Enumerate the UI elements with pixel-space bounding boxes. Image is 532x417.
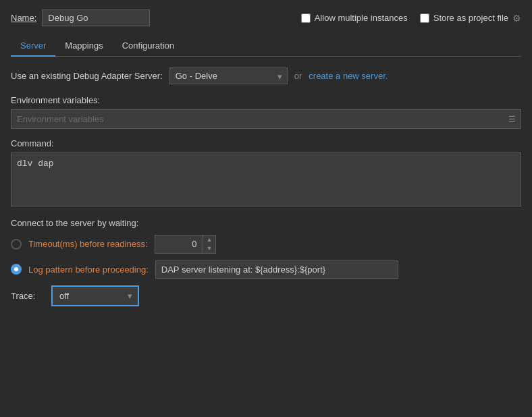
log-pattern-radio[interactable] — [11, 264, 22, 275]
connect-label: Connect to the server by waiting: — [11, 218, 521, 228]
store-as-project-checkbox[interactable] — [420, 13, 429, 23]
allow-multiple-group: Allow multiple instances — [301, 13, 408, 23]
trace-select-wrapper: off messages verbose — [51, 285, 139, 306]
command-textarea[interactable]: dlv dap — [11, 152, 521, 206]
name-label: Name: — [11, 13, 36, 23]
log-pattern-row: Log pattern before proceeding: — [11, 260, 521, 279]
tab-mappings[interactable]: Mappings — [55, 36, 112, 57]
spinner-down-btn[interactable]: ▼ — [203, 244, 216, 253]
env-input-wrapper: ☰ — [11, 109, 521, 129]
spinner-buttons: ▲ ▼ — [203, 235, 216, 253]
timeout-row: Timeout(ms) before readiness: ▲ ▼ — [11, 235, 521, 254]
create-server-link[interactable]: create a new server. — [309, 71, 388, 81]
spinner-up-btn[interactable]: ▲ — [203, 235, 216, 244]
log-pattern-label: Log pattern before proceeding: — [28, 265, 149, 275]
tab-server[interactable]: Server — [11, 36, 55, 57]
store-as-project-label: Store as project file — [433, 13, 508, 23]
env-section: Environment variables: ☰ — [11, 95, 521, 129]
timeout-label: Timeout(ms) before readiness: — [28, 239, 148, 249]
timeout-input[interactable] — [155, 236, 203, 252]
or-text: or — [294, 71, 302, 81]
settings-icon[interactable]: ⚙ — [512, 13, 521, 24]
env-input[interactable] — [11, 109, 521, 129]
trace-row: Trace: off messages verbose — [11, 285, 521, 306]
tab-configuration[interactable]: Configuration — [113, 36, 184, 57]
command-label: Command: — [11, 138, 521, 148]
adapter-select[interactable]: Go - Delve Python - pydevd Node - V8 — [169, 67, 288, 84]
top-bar-right: Allow multiple instances Store as projec… — [301, 13, 521, 24]
trace-select[interactable]: off messages verbose — [51, 285, 139, 306]
command-section: Command: dlv dap — [11, 138, 521, 208]
server-panel: Use an existing Debug Adapter Server: Go… — [11, 67, 521, 306]
timeout-radio[interactable] — [11, 239, 22, 250]
trace-label: Trace: — [11, 291, 45, 301]
store-as-project-group: Store as project file ⚙ — [420, 13, 521, 24]
timeout-spinner: ▲ ▼ — [155, 235, 217, 254]
adapter-label: Use an existing Debug Adapter Server: — [11, 71, 163, 81]
allow-multiple-checkbox[interactable] — [301, 13, 311, 23]
log-pattern-input[interactable] — [155, 260, 398, 279]
env-label: Environment variables: — [11, 95, 521, 105]
adapter-select-wrapper: Go - Delve Python - pydevd Node - V8 — [169, 67, 288, 84]
env-icon: ☰ — [508, 115, 516, 124]
name-input[interactable] — [42, 9, 150, 26]
top-bar: Name: Allow multiple instances Store as … — [11, 9, 521, 26]
adapter-row: Use an existing Debug Adapter Server: Go… — [11, 67, 521, 84]
allow-multiple-label: Allow multiple instances — [315, 13, 408, 23]
tabs: Server Mappings Configuration — [11, 36, 521, 57]
